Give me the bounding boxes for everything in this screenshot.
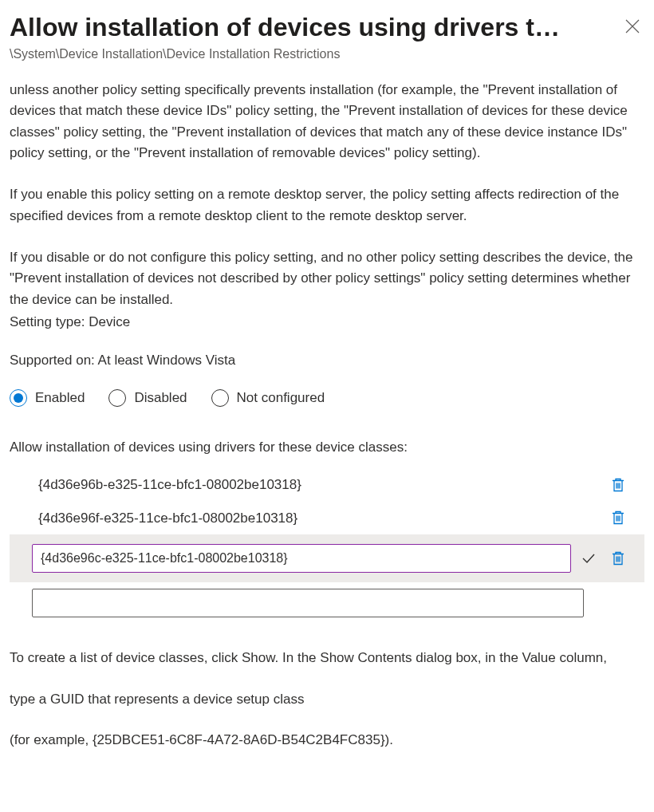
radio-not-configured[interactable]: Not configured [211, 388, 325, 408]
confirm-button[interactable] [579, 549, 598, 568]
device-class-row [10, 534, 644, 582]
trash-icon [611, 477, 625, 493]
description-paragraph: If you enable this policy setting on a r… [10, 184, 644, 227]
description-paragraph: If you disable or do not configure this … [10, 247, 644, 310]
close-button[interactable] [621, 14, 644, 38]
device-class-value: {4d36e96b-e325-11ce-bfc1-08002be10318} [11, 475, 598, 495]
radio-circle-icon [211, 389, 229, 407]
device-class-row: {4d36e96f-e325-11ce-bfc1-08002be10318} [10, 502, 644, 535]
radio-label: Not configured [237, 388, 325, 408]
policy-description: unless another policy setting specifical… [10, 80, 644, 310]
footer-paragraph: To create a list of device classes, clic… [10, 648, 644, 668]
delete-button[interactable] [606, 475, 630, 495]
delete-button[interactable] [606, 508, 630, 527]
device-class-row: {4d36e96b-e325-11ce-bfc1-08002be10318} [10, 468, 644, 502]
radio-circle-icon [10, 389, 27, 407]
device-class-list-label: Allow installation of devices using driv… [10, 437, 644, 458]
close-icon [625, 19, 640, 34]
device-class-new-row [10, 582, 644, 624]
radio-circle-icon [108, 389, 126, 407]
radio-disabled[interactable]: Disabled [108, 388, 187, 408]
setting-type: Setting type: Device [10, 312, 644, 333]
state-radio-group: EnabledDisabledNot configured [10, 388, 644, 408]
footer-paragraph: (for example, {25DBCE51-6C8F-4A72-8A6D-B… [10, 730, 644, 751]
radio-label: Enabled [35, 388, 85, 408]
supported-on: Supported on: At least Windows Vista [10, 350, 644, 371]
device-class-new-input[interactable] [32, 589, 584, 617]
trash-icon [611, 510, 625, 526]
device-class-list: {4d36e96b-e325-11ce-bfc1-08002be10318}{4… [10, 468, 644, 624]
footer-paragraph: type a GUID that represents a device set… [10, 689, 644, 710]
device-class-edit-input[interactable] [32, 544, 571, 573]
device-class-value: {4d36e96f-e325-11ce-bfc1-08002be10318} [11, 508, 598, 529]
breadcrumb: \System\Device Installation\Device Insta… [10, 45, 644, 64]
radio-label: Disabled [134, 388, 187, 408]
description-paragraph: unless another policy setting specifical… [10, 80, 644, 164]
delete-button[interactable] [606, 549, 630, 568]
page-title: Allow installation of devices using driv… [10, 11, 621, 43]
radio-enabled[interactable]: Enabled [10, 388, 85, 408]
trash-icon [611, 550, 625, 566]
check-icon [581, 550, 597, 566]
footer-help-text: To create a list of device classes, clic… [10, 648, 644, 751]
